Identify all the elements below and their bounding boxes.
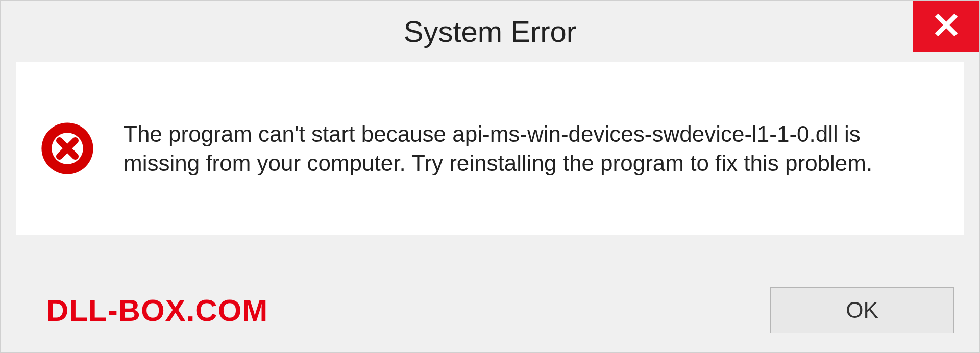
ok-button-label: OK [846, 297, 878, 323]
watermark-text: DLL-BOX.COM [46, 293, 268, 328]
error-icon [37, 118, 98, 179]
error-message: The program can't start because api-ms-w… [124, 119, 933, 178]
titlebar: System Error [1, 1, 979, 62]
content-area: The program can't start because api-ms-w… [16, 62, 964, 235]
footer: DLL-BOX.COM OK [1, 282, 979, 338]
close-icon [934, 13, 959, 39]
close-button[interactable] [913, 1, 979, 52]
window-title: System Error [404, 14, 576, 48]
ok-button[interactable]: OK [770, 287, 954, 333]
